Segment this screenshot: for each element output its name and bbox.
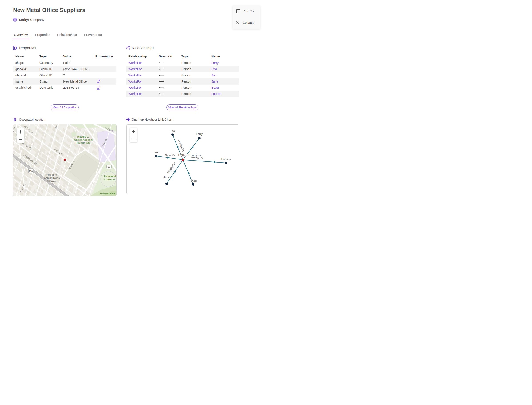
- svg-text:Festival Park: Festival Park: [100, 192, 116, 195]
- svg-text:Coliseum: Coliseum: [104, 178, 115, 181]
- svg-text:Richmond: Richmond: [104, 175, 116, 178]
- svg-text:Joe: Joe: [154, 151, 159, 154]
- svg-text:Lauren: Lauren: [221, 157, 231, 161]
- svg-text:Historic Site: Historic Site: [76, 142, 90, 144]
- svg-text:New York: New York: [46, 173, 57, 176]
- svg-text:33: 33: [108, 166, 110, 168]
- svg-text:Beau: Beau: [190, 179, 197, 182]
- svg-text:Walker National: Walker National: [73, 138, 93, 141]
- svg-text:WorksFor: WorksFor: [190, 155, 204, 160]
- svg-text:Larry: Larry: [196, 132, 203, 135]
- svg-text:250: 250: [29, 170, 33, 173]
- svg-text:& Boys: & Boys: [47, 180, 56, 182]
- svg-text:WorksFor: WorksFor: [177, 139, 185, 153]
- svg-text:Fashion Mens: Fashion Mens: [43, 176, 60, 179]
- svg-text:Etta: Etta: [170, 129, 175, 133]
- svg-text:Maggie L.: Maggie L.: [77, 135, 89, 138]
- svg-text:Jane: Jane: [163, 176, 170, 179]
